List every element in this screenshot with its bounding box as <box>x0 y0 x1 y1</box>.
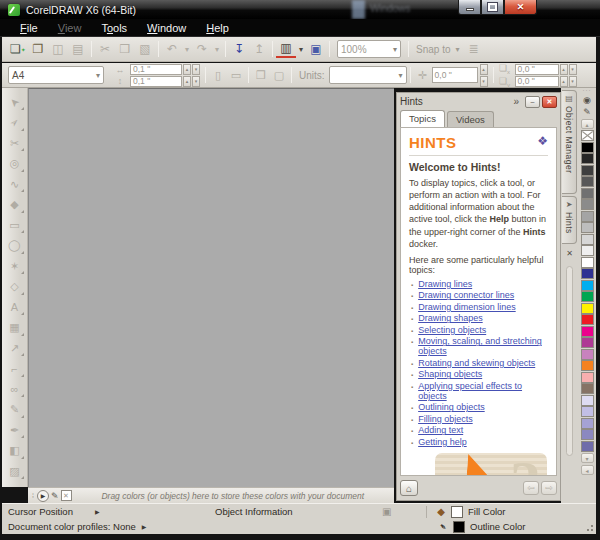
docker-chevron-icon[interactable]: » <box>513 96 519 107</box>
color-swatch[interactable] <box>581 142 594 153</box>
docker-minimize-button[interactable]: – <box>525 96 540 108</box>
import-icon[interactable]: ↧ <box>229 40 249 58</box>
freehand-tool[interactable]: ∿ <box>5 174 25 194</box>
minimize-button[interactable] <box>458 0 481 15</box>
eyedropper-icon[interactable]: ✎ <box>51 491 59 501</box>
fill-color-swatch[interactable] <box>451 506 463 518</box>
hint-topic-link[interactable]: Moving, scaling, and stretching objects <box>418 336 548 356</box>
color-swatch[interactable] <box>581 268 594 279</box>
docker-tab-hints[interactable]: ➤Hints <box>562 196 577 244</box>
spin-down-icon[interactable]: ▾ <box>192 64 200 75</box>
maximize-button[interactable] <box>481 0 504 15</box>
redo-dropdown-icon[interactable]: ▾ <box>212 40 222 58</box>
spin-up-icon[interactable]: ▴ <box>183 76 191 87</box>
color-swatch[interactable] <box>581 303 594 314</box>
forward-button[interactable]: ⇨ <box>541 481 557 495</box>
menu-tools[interactable]: Tools <box>91 21 137 35</box>
color-swatch[interactable] <box>581 337 594 348</box>
spin-up-icon[interactable]: ▴ <box>560 76 568 87</box>
portrait-button[interactable]: ▯ <box>209 66 227 84</box>
export-icon[interactable]: ↥ <box>249 40 269 58</box>
save-icon[interactable]: ◫ <box>48 40 68 58</box>
units-combo[interactable]: ▾ <box>329 66 407 84</box>
outline-pen-tool[interactable]: ✒ <box>5 420 25 440</box>
hint-topic-link[interactable]: Adding text <box>418 425 463 435</box>
crop-tool[interactable]: ✂ <box>5 133 25 153</box>
print-icon[interactable]: ▤ <box>68 40 88 58</box>
spin-down-icon[interactable]: ▾ <box>480 76 488 87</box>
hint-topic-link[interactable]: Rotating and skewing objects <box>418 358 535 368</box>
color-eyedropper-tool[interactable]: ✎ <box>5 400 25 420</box>
docker-tab-object-manager[interactable]: ▤Object Manager <box>562 90 577 194</box>
table-tool[interactable]: ▦ <box>5 318 25 338</box>
page-layout-icon[interactable]: ❒ <box>252 66 270 84</box>
color-swatch[interactable] <box>581 314 594 325</box>
palette-scroll-down[interactable]: ▾ <box>581 453 594 463</box>
outline-color-icon[interactable]: ✒ <box>435 518 452 535</box>
color-swatch[interactable] <box>581 280 594 291</box>
document-palette-flyout-button[interactable]: ▶ <box>37 490 49 502</box>
duplicate-y-field[interactable]: 0,0 " <box>515 76 559 87</box>
flyout-arrow-icon[interactable]: ▶ <box>95 508 100 515</box>
hint-topic-link[interactable]: Applying special effects to objects <box>418 381 548 401</box>
menu-file[interactable]: File <box>10 21 48 35</box>
spin-up-icon[interactable]: ▴ <box>480 64 488 75</box>
blend-tool[interactable]: ∞ <box>5 379 25 399</box>
pick-tool[interactable]: ➤ <box>5 92 25 112</box>
hint-topic-link[interactable]: Drawing lines <box>418 279 472 289</box>
hint-topic-link[interactable]: Shaping objects <box>418 369 482 379</box>
close-button[interactable]: ✕ <box>504 0 537 15</box>
color-swatch[interactable] <box>581 406 594 417</box>
facing-pages-icon[interactable]: ▢ <box>270 66 288 84</box>
dimension-tool[interactable]: ↗ <box>5 338 25 358</box>
color-swatch[interactable] <box>581 188 594 199</box>
palette-flyout-button[interactable]: ◂ <box>581 465 594 475</box>
color-swatch[interactable] <box>581 349 594 360</box>
launcher-dropdown-icon[interactable]: ▾ <box>296 40 306 58</box>
nudge-distance-field[interactable]: 0,0 " <box>432 67 478 83</box>
zoom-tool[interactable]: ◎ <box>5 154 25 174</box>
welcome-screen-icon[interactable]: ▣ <box>306 40 326 58</box>
no-color-swatch[interactable]: ✕ <box>61 490 72 501</box>
color-swatch[interactable] <box>581 245 594 256</box>
color-swatch[interactable] <box>581 257 594 268</box>
color-swatch[interactable] <box>581 222 594 233</box>
color-swatch[interactable] <box>581 153 594 164</box>
zoom-level-combo[interactable]: 100% ▾ <box>337 40 401 58</box>
fill-tool[interactable]: ◧ <box>5 441 25 461</box>
hint-topic-link[interactable]: Getting help <box>418 437 467 447</box>
help-book-icon[interactable]: ❖ <box>537 134 548 148</box>
page-size-combo[interactable]: A4 ▾ <box>8 66 104 84</box>
redo-icon[interactable]: ↷ <box>192 40 212 58</box>
color-swatch[interactable] <box>581 211 594 222</box>
tab-videos[interactable]: Videos <box>447 111 494 127</box>
ellipse-tool[interactable]: ◯ <box>5 236 25 256</box>
palette-scroll-up[interactable]: ▴ <box>581 119 594 129</box>
color-swatch[interactable] <box>581 199 594 210</box>
hint-topic-link[interactable]: Outlining objects <box>418 402 485 412</box>
coreldraw-app-icon[interactable] <box>8 4 20 16</box>
paste-icon[interactable]: ▧ <box>135 40 155 58</box>
spin-up-icon[interactable]: ▴ <box>183 64 191 75</box>
color-swatch[interactable] <box>581 372 594 383</box>
connector-tool[interactable]: ⌐ <box>5 359 25 379</box>
page-width-field[interactable]: 0,1 " <box>130 64 182 75</box>
color-swatch[interactable] <box>581 360 594 371</box>
snap-to-dropdown[interactable]: Snap to ▾ <box>416 44 460 55</box>
new-document-icon[interactable]: ❏✦ <box>8 40 28 58</box>
color-swatch[interactable] <box>581 383 594 394</box>
docker-close-button[interactable]: ✕ <box>542 96 557 108</box>
polygon-tool[interactable]: ✶ <box>5 256 25 276</box>
open-icon[interactable]: ❐ <box>28 40 48 58</box>
back-button[interactable]: ⇦ <box>523 481 539 495</box>
color-swatch[interactable] <box>581 326 594 337</box>
options-icon[interactable]: ≣ <box>464 40 484 58</box>
color-swatch[interactable] <box>581 429 594 440</box>
color-swatch[interactable] <box>581 291 594 302</box>
spin-down-icon[interactable]: ▾ <box>192 76 200 87</box>
palette-menu-button[interactable]: ◉ <box>581 94 594 106</box>
copy-icon[interactable]: ❒ <box>115 40 135 58</box>
color-swatch[interactable] <box>581 165 594 176</box>
color-swatch[interactable] <box>581 441 594 452</box>
hint-topic-link[interactable]: Selecting objects <box>418 325 486 335</box>
